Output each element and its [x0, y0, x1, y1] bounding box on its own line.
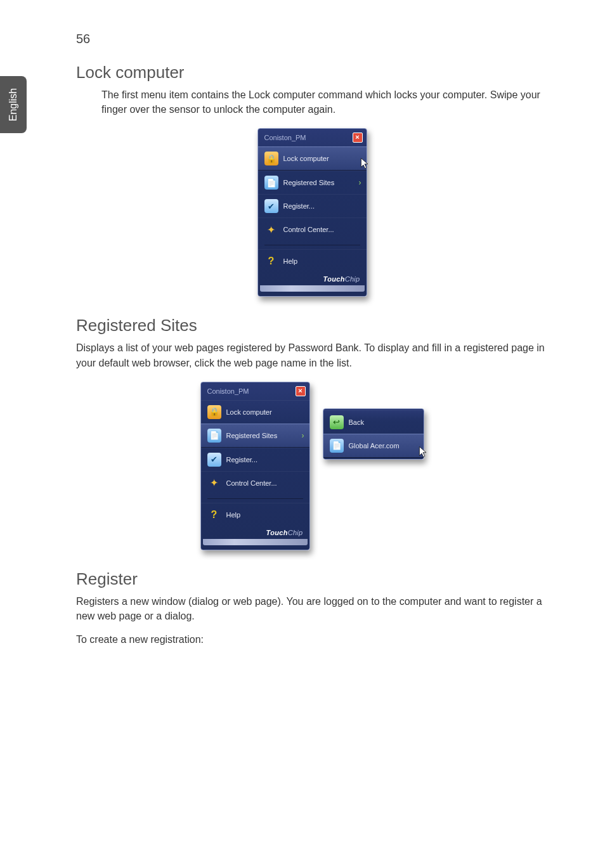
chevron-right-icon: ›: [359, 178, 361, 187]
figure-registered-sites-menu: Coniston_PM × 🔒 Lock computer 📄 Register…: [76, 382, 548, 550]
chevron-right-icon: ›: [302, 431, 304, 440]
lock-icon: 🔒: [264, 152, 278, 165]
cursor-icon: [360, 157, 369, 170]
menu-label-sites: Registered Sites: [283, 179, 335, 186]
heading-registered-sites: Registered Sites: [76, 316, 548, 335]
menu-item-help-2[interactable]: ? Help: [201, 503, 309, 526]
flyout-item-site[interactable]: 📄 Global Acer.com: [323, 434, 424, 458]
menu-item-help[interactable]: ? Help: [258, 249, 367, 273]
menu-title-bar: Coniston_PM ×: [258, 129, 367, 146]
footer-bar: [260, 285, 365, 292]
menu-item-lock[interactable]: 🔒 Lock computer: [258, 146, 367, 171]
menu-label-lock: Lock computer: [283, 155, 329, 162]
menu-label-lock-2: Lock computer: [226, 408, 272, 416]
menu-title-2: Coniston_PM: [207, 387, 249, 395]
menu-item-lock-2[interactable]: 🔒 Lock computer: [201, 400, 309, 424]
menu-label-register: Register...: [283, 202, 315, 210]
register-icon: ✔: [207, 453, 221, 467]
menu-title: Coniston_PM: [264, 134, 306, 141]
help-icon: ?: [264, 254, 278, 268]
cursor-icon: [419, 446, 427, 458]
menu-item-register-2[interactable]: ✔ Register...: [201, 448, 309, 471]
menu-item-sites-2[interactable]: 📄 Registered Sites ›: [201, 424, 309, 448]
menu-label-sites-2: Registered Sites: [226, 432, 278, 439]
heading-lock-computer: Lock computer: [76, 63, 548, 82]
paragraph-register-2: To create a new registration:: [76, 632, 548, 647]
heading-register: Register: [76, 569, 548, 589]
figure-lock-menu: Coniston_PM × 🔒 Lock computer 📄 Register…: [76, 128, 548, 297]
close-icon[interactable]: ×: [296, 386, 306, 396]
control-center-icon: ✦: [207, 476, 221, 490]
flyout-item-back[interactable]: ↩ Back: [323, 410, 424, 434]
sites-icon: 📄: [207, 429, 221, 443]
brand-part2-2: Chip: [288, 529, 303, 536]
menu-panel-2: Coniston_PM × 🔒 Lock computer 📄 Register…: [200, 382, 310, 550]
menu-label-help: Help: [283, 257, 298, 265]
menu-item-register[interactable]: ✔ Register...: [258, 194, 367, 217]
menu-label-cc-2: Control Center...: [226, 479, 277, 487]
menu-label-cc: Control Center...: [283, 226, 334, 233]
brand-footer-2: TouchChip: [201, 526, 309, 538]
menu-item-sites[interactable]: 📄 Registered Sites ›: [258, 171, 367, 194]
menu-title-bar-2: Coniston_PM ×: [201, 382, 309, 400]
brand-part2: Chip: [345, 275, 360, 283]
help-icon: ?: [207, 508, 221, 522]
flyout-label-back: Back: [349, 418, 364, 426]
footer-bar-2: [203, 539, 308, 545]
brand-part1-2: Touch: [266, 529, 288, 536]
page-icon: 📄: [330, 439, 344, 453]
sites-icon: 📄: [264, 176, 278, 190]
close-icon[interactable]: ×: [353, 133, 363, 143]
flyout-panel: ↩ Back 📄 Global Acer.com: [323, 408, 424, 460]
menu-item-control-center-2[interactable]: ✦ Control Center...: [201, 471, 309, 495]
back-icon: ↩: [330, 415, 344, 429]
paragraph-register-1: Registers a new window (dialog or web pa…: [76, 594, 548, 623]
control-center-icon: ✦: [264, 223, 278, 236]
brand-footer: TouchChip: [258, 273, 367, 284]
brand-part1: Touch: [323, 275, 345, 283]
paragraph-registered-sites: Displays a list of your web pages regist…: [76, 340, 548, 370]
flyout-label-site: Global Acer.com: [349, 442, 400, 450]
paragraph-lock-computer: The first menu item contains the Lock co…: [101, 87, 548, 117]
menu-label-help-2: Help: [226, 511, 241, 519]
lock-icon: 🔒: [207, 405, 221, 419]
menu-label-register-2: Register...: [226, 456, 258, 463]
menu-item-control-center[interactable]: ✦ Control Center...: [258, 217, 367, 241]
menu-separator: [264, 245, 360, 245]
register-icon: ✔: [264, 199, 278, 213]
menu-panel: Coniston_PM × 🔒 Lock computer 📄 Register…: [257, 128, 367, 297]
page-number: 56: [76, 32, 548, 46]
menu-separator-2: [207, 498, 303, 499]
language-tab-label: English: [8, 88, 19, 121]
language-tab: English: [0, 76, 27, 133]
